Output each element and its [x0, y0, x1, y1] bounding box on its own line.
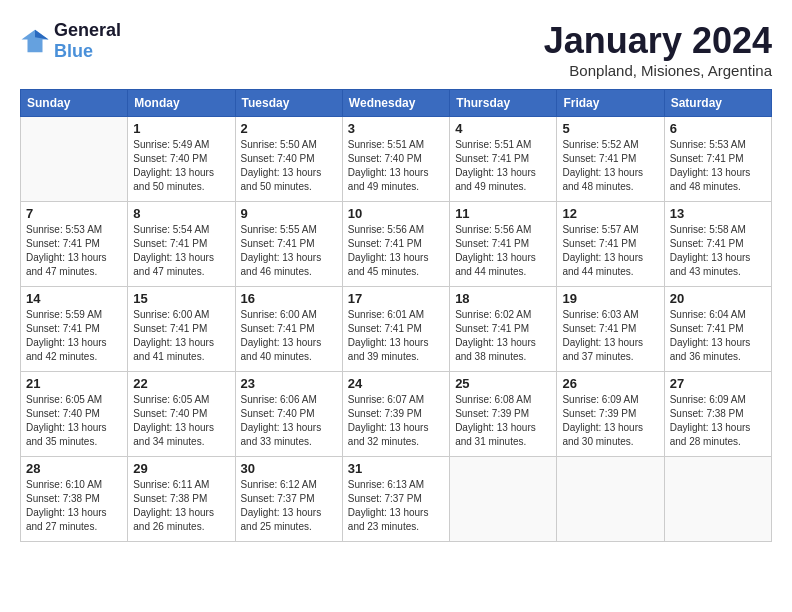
day-number: 12	[562, 206, 658, 221]
calendar-cell: 26Sunrise: 6:09 AMSunset: 7:39 PMDayligh…	[557, 372, 664, 457]
calendar-week-row: 14Sunrise: 5:59 AMSunset: 7:41 PMDayligh…	[21, 287, 772, 372]
calendar-cell: 3Sunrise: 5:51 AMSunset: 7:40 PMDaylight…	[342, 117, 449, 202]
calendar-cell: 14Sunrise: 5:59 AMSunset: 7:41 PMDayligh…	[21, 287, 128, 372]
day-info: Sunrise: 6:08 AMSunset: 7:39 PMDaylight:…	[455, 393, 551, 449]
calendar-day-header: Saturday	[664, 90, 771, 117]
day-info: Sunrise: 6:00 AMSunset: 7:41 PMDaylight:…	[241, 308, 337, 364]
day-number: 17	[348, 291, 444, 306]
day-info: Sunrise: 5:53 AMSunset: 7:41 PMDaylight:…	[26, 223, 122, 279]
day-info: Sunrise: 5:53 AMSunset: 7:41 PMDaylight:…	[670, 138, 766, 194]
day-info: Sunrise: 5:51 AMSunset: 7:41 PMDaylight:…	[455, 138, 551, 194]
day-number: 31	[348, 461, 444, 476]
day-info: Sunrise: 5:58 AMSunset: 7:41 PMDaylight:…	[670, 223, 766, 279]
calendar-table: SundayMondayTuesdayWednesdayThursdayFrid…	[20, 89, 772, 542]
calendar-cell: 20Sunrise: 6:04 AMSunset: 7:41 PMDayligh…	[664, 287, 771, 372]
day-number: 11	[455, 206, 551, 221]
calendar-cell: 22Sunrise: 6:05 AMSunset: 7:40 PMDayligh…	[128, 372, 235, 457]
day-number: 16	[241, 291, 337, 306]
calendar-cell	[664, 457, 771, 542]
day-number: 25	[455, 376, 551, 391]
day-info: Sunrise: 5:55 AMSunset: 7:41 PMDaylight:…	[241, 223, 337, 279]
day-number: 13	[670, 206, 766, 221]
calendar-cell: 12Sunrise: 5:57 AMSunset: 7:41 PMDayligh…	[557, 202, 664, 287]
calendar-cell: 29Sunrise: 6:11 AMSunset: 7:38 PMDayligh…	[128, 457, 235, 542]
day-number: 19	[562, 291, 658, 306]
calendar-cell: 15Sunrise: 6:00 AMSunset: 7:41 PMDayligh…	[128, 287, 235, 372]
day-number: 9	[241, 206, 337, 221]
day-info: Sunrise: 6:04 AMSunset: 7:41 PMDaylight:…	[670, 308, 766, 364]
calendar-cell: 1Sunrise: 5:49 AMSunset: 7:40 PMDaylight…	[128, 117, 235, 202]
day-number: 30	[241, 461, 337, 476]
calendar-cell: 2Sunrise: 5:50 AMSunset: 7:40 PMDaylight…	[235, 117, 342, 202]
day-number: 10	[348, 206, 444, 221]
day-info: Sunrise: 6:12 AMSunset: 7:37 PMDaylight:…	[241, 478, 337, 534]
day-number: 20	[670, 291, 766, 306]
day-info: Sunrise: 5:52 AMSunset: 7:41 PMDaylight:…	[562, 138, 658, 194]
day-number: 4	[455, 121, 551, 136]
logo-icon	[20, 26, 50, 56]
day-info: Sunrise: 5:51 AMSunset: 7:40 PMDaylight:…	[348, 138, 444, 194]
day-info: Sunrise: 6:11 AMSunset: 7:38 PMDaylight:…	[133, 478, 229, 534]
calendar-cell: 17Sunrise: 6:01 AMSunset: 7:41 PMDayligh…	[342, 287, 449, 372]
calendar-day-header: Thursday	[450, 90, 557, 117]
calendar-cell	[557, 457, 664, 542]
day-info: Sunrise: 6:10 AMSunset: 7:38 PMDaylight:…	[26, 478, 122, 534]
calendar-cell: 24Sunrise: 6:07 AMSunset: 7:39 PMDayligh…	[342, 372, 449, 457]
day-number: 14	[26, 291, 122, 306]
calendar-cell: 11Sunrise: 5:56 AMSunset: 7:41 PMDayligh…	[450, 202, 557, 287]
day-number: 7	[26, 206, 122, 221]
day-number: 26	[562, 376, 658, 391]
day-info: Sunrise: 6:09 AMSunset: 7:39 PMDaylight:…	[562, 393, 658, 449]
day-info: Sunrise: 5:56 AMSunset: 7:41 PMDaylight:…	[455, 223, 551, 279]
calendar-cell: 19Sunrise: 6:03 AMSunset: 7:41 PMDayligh…	[557, 287, 664, 372]
calendar-title-block: January 2024 Bonpland, Misiones, Argenti…	[544, 20, 772, 79]
calendar-week-row: 1Sunrise: 5:49 AMSunset: 7:40 PMDaylight…	[21, 117, 772, 202]
day-info: Sunrise: 6:05 AMSunset: 7:40 PMDaylight:…	[26, 393, 122, 449]
calendar-cell: 21Sunrise: 6:05 AMSunset: 7:40 PMDayligh…	[21, 372, 128, 457]
calendar-cell: 16Sunrise: 6:00 AMSunset: 7:41 PMDayligh…	[235, 287, 342, 372]
calendar-cell: 23Sunrise: 6:06 AMSunset: 7:40 PMDayligh…	[235, 372, 342, 457]
day-info: Sunrise: 5:56 AMSunset: 7:41 PMDaylight:…	[348, 223, 444, 279]
calendar-cell: 8Sunrise: 5:54 AMSunset: 7:41 PMDaylight…	[128, 202, 235, 287]
day-info: Sunrise: 6:13 AMSunset: 7:37 PMDaylight:…	[348, 478, 444, 534]
calendar-day-header: Tuesday	[235, 90, 342, 117]
day-info: Sunrise: 5:59 AMSunset: 7:41 PMDaylight:…	[26, 308, 122, 364]
day-number: 8	[133, 206, 229, 221]
calendar-cell: 31Sunrise: 6:13 AMSunset: 7:37 PMDayligh…	[342, 457, 449, 542]
calendar-day-header: Friday	[557, 90, 664, 117]
day-info: Sunrise: 5:54 AMSunset: 7:41 PMDaylight:…	[133, 223, 229, 279]
day-number: 18	[455, 291, 551, 306]
logo-text: General Blue	[54, 20, 121, 62]
calendar-cell: 9Sunrise: 5:55 AMSunset: 7:41 PMDaylight…	[235, 202, 342, 287]
day-number: 27	[670, 376, 766, 391]
month-title: January 2024	[544, 20, 772, 62]
calendar-cell: 10Sunrise: 5:56 AMSunset: 7:41 PMDayligh…	[342, 202, 449, 287]
day-info: Sunrise: 5:50 AMSunset: 7:40 PMDaylight:…	[241, 138, 337, 194]
calendar-day-header: Sunday	[21, 90, 128, 117]
day-number: 24	[348, 376, 444, 391]
calendar-cell: 4Sunrise: 5:51 AMSunset: 7:41 PMDaylight…	[450, 117, 557, 202]
day-number: 28	[26, 461, 122, 476]
day-info: Sunrise: 6:00 AMSunset: 7:41 PMDaylight:…	[133, 308, 229, 364]
day-number: 23	[241, 376, 337, 391]
day-info: Sunrise: 6:01 AMSunset: 7:41 PMDaylight:…	[348, 308, 444, 364]
day-info: Sunrise: 6:05 AMSunset: 7:40 PMDaylight:…	[133, 393, 229, 449]
calendar-week-row: 21Sunrise: 6:05 AMSunset: 7:40 PMDayligh…	[21, 372, 772, 457]
day-info: Sunrise: 5:49 AMSunset: 7:40 PMDaylight:…	[133, 138, 229, 194]
day-info: Sunrise: 6:09 AMSunset: 7:38 PMDaylight:…	[670, 393, 766, 449]
day-info: Sunrise: 5:57 AMSunset: 7:41 PMDaylight:…	[562, 223, 658, 279]
calendar-day-header: Monday	[128, 90, 235, 117]
day-number: 21	[26, 376, 122, 391]
calendar-cell: 30Sunrise: 6:12 AMSunset: 7:37 PMDayligh…	[235, 457, 342, 542]
calendar-day-header: Wednesday	[342, 90, 449, 117]
day-number: 3	[348, 121, 444, 136]
calendar-cell: 25Sunrise: 6:08 AMSunset: 7:39 PMDayligh…	[450, 372, 557, 457]
calendar-cell: 13Sunrise: 5:58 AMSunset: 7:41 PMDayligh…	[664, 202, 771, 287]
calendar-week-row: 7Sunrise: 5:53 AMSunset: 7:41 PMDaylight…	[21, 202, 772, 287]
day-info: Sunrise: 6:03 AMSunset: 7:41 PMDaylight:…	[562, 308, 658, 364]
calendar-cell: 6Sunrise: 5:53 AMSunset: 7:41 PMDaylight…	[664, 117, 771, 202]
day-number: 6	[670, 121, 766, 136]
calendar-cell	[450, 457, 557, 542]
day-number: 2	[241, 121, 337, 136]
day-info: Sunrise: 6:02 AMSunset: 7:41 PMDaylight:…	[455, 308, 551, 364]
